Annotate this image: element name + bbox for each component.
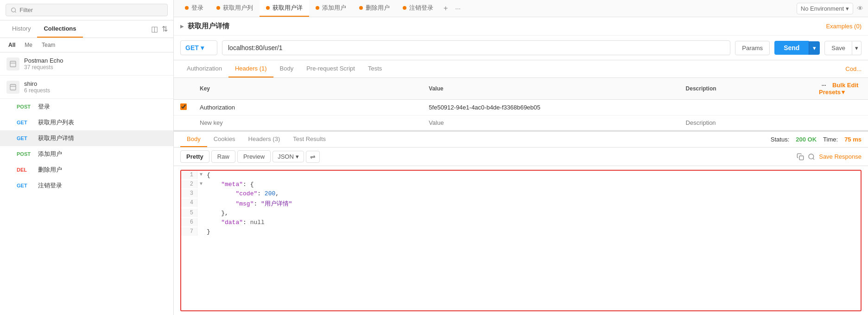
code-link[interactable]: Cod...: [845, 65, 862, 72]
request-name-login: 登录: [38, 103, 50, 111]
chevron-down-icon: ▾: [846, 5, 849, 12]
collection-sub-shiro: 6 requests: [24, 87, 167, 94]
env-label: No Environment: [801, 5, 844, 12]
request-logout[interactable]: GET 注销登录: [0, 178, 173, 193]
sidebar: History Collections ◫ ⇅ All Me Team Post…: [0, 0, 174, 315]
request-login[interactable]: POST 登录: [0, 99, 173, 115]
line-toggle-6: [197, 218, 205, 220]
new-value-input[interactable]: [429, 119, 672, 126]
filter-all[interactable]: All: [6, 41, 18, 49]
line-toggle-1[interactable]: ▼: [197, 171, 205, 178]
save-response-button[interactable]: Save Response: [819, 153, 862, 160]
response-tab-body[interactable]: Body: [180, 132, 207, 147]
top-tab-user-list[interactable]: 获取用户列: [210, 0, 260, 17]
line-content-3: "code": 200,: [205, 189, 281, 198]
tab-dot-2: [216, 6, 220, 10]
examples-button[interactable]: Examples (0): [826, 23, 862, 30]
collection-icon-shiro: [6, 81, 19, 94]
top-tab-add-user[interactable]: 添加用户: [309, 0, 353, 17]
bulk-edit-button[interactable]: Bulk Edit: [832, 82, 858, 89]
tab-dot-4: [316, 6, 319, 10]
new-collection-icon[interactable]: ◫: [151, 25, 158, 33]
sub-tab-pre-request[interactable]: Pre-request Script: [300, 60, 361, 77]
svg-line-6: [813, 158, 814, 160]
header-checkbox[interactable]: [180, 103, 187, 110]
eye-icon[interactable]: 👁: [857, 5, 863, 12]
send-dropdown-button[interactable]: ▾: [809, 41, 820, 55]
sidebar-search-area: [0, 0, 173, 20]
chevron-down-method: ▾: [201, 44, 204, 51]
top-tab-label-logout: 注销登录: [409, 4, 433, 12]
line-toggle-4: [197, 199, 205, 200]
more-tabs-icon[interactable]: ···: [451, 1, 464, 16]
sidebar-tab-collections[interactable]: Collections: [37, 20, 82, 38]
sub-tab-authorization[interactable]: Authorization: [180, 60, 228, 77]
sort-icon[interactable]: ⇅: [162, 25, 168, 33]
sub-tab-tests[interactable]: Tests: [361, 60, 388, 77]
request-name-logout: 注销登录: [38, 181, 62, 190]
svg-rect-3: [10, 84, 16, 90]
view-raw-button[interactable]: Raw: [211, 150, 235, 163]
response-tab-cookies[interactable]: Cookies: [207, 132, 242, 147]
search-response-icon[interactable]: [808, 153, 815, 161]
line-num-2: 2: [181, 180, 197, 188]
sub-tab-headers[interactable]: Headers (1): [228, 60, 273, 77]
presets-button[interactable]: Presets ▾: [819, 89, 862, 96]
collection-sub: 37 requests: [24, 64, 167, 71]
time-label: Time:: [823, 136, 838, 143]
tab-dot: [185, 6, 189, 10]
sidebar-filter-row: All Me Team: [0, 38, 173, 52]
line-num-7: 7: [181, 227, 197, 236]
request-user-detail[interactable]: GET 获取用户详情: [0, 130, 173, 146]
status-label: Status:: [771, 136, 789, 143]
top-tab-login[interactable]: 登录: [178, 0, 210, 17]
wrap-button[interactable]: ⇌: [306, 151, 320, 163]
request-add-user[interactable]: POST 添加用户: [0, 146, 173, 162]
response-tab-headers[interactable]: Headers (3): [242, 132, 287, 147]
svg-point-5: [809, 154, 814, 159]
filter-team[interactable]: Team: [39, 41, 58, 49]
send-button[interactable]: Send: [774, 41, 809, 55]
new-desc-input[interactable]: [686, 119, 806, 126]
format-select[interactable]: JSON ▾: [272, 151, 304, 162]
url-bar: GET ▾ Params Send ▾ Save ▾: [174, 36, 868, 60]
sidebar-tab-history[interactable]: History: [6, 20, 37, 38]
collection-icon: [6, 58, 19, 71]
env-select[interactable]: No Environment ▾: [797, 3, 853, 14]
th-check: [174, 78, 193, 100]
save-dropdown-button[interactable]: ▾: [852, 41, 862, 55]
top-tab-delete-user[interactable]: 删除用户: [353, 0, 396, 17]
more-actions-icon[interactable]: ···: [822, 82, 826, 89]
filter-me[interactable]: Me: [22, 41, 35, 49]
expand-icon[interactable]: ▶: [180, 24, 184, 29]
request-user-list[interactable]: GET 获取用户列表: [0, 115, 173, 130]
view-pretty-button[interactable]: Pretty: [180, 150, 209, 163]
method-select[interactable]: GET ▾: [180, 40, 217, 55]
collection-postman-echo[interactable]: Postman Echo 37 requests: [0, 52, 173, 76]
request-delete-user[interactable]: DEL 删除用户: [0, 162, 173, 178]
sub-tab-body[interactable]: Body: [273, 60, 300, 77]
th-value: Value: [422, 78, 679, 100]
top-tab-user-detail[interactable]: 获取用户详: [260, 0, 309, 17]
request-name-add-user: 添加用户: [38, 150, 62, 158]
response-tab-test-results[interactable]: Test Results: [286, 132, 332, 147]
line-num-6: 6: [181, 218, 197, 226]
view-preview-button[interactable]: Preview: [237, 150, 271, 163]
line-content-7: }: [205, 227, 212, 236]
save-button[interactable]: Save: [824, 41, 852, 55]
line-toggle-2[interactable]: ▼: [197, 180, 205, 187]
copy-icon[interactable]: [797, 153, 804, 161]
top-tab-label-user-list: 获取用户列: [223, 4, 253, 12]
new-tab-icon[interactable]: +: [440, 0, 451, 16]
line-num-4: 4: [181, 199, 197, 207]
url-input[interactable]: [222, 40, 730, 55]
new-key-input[interactable]: [200, 119, 416, 126]
method-label: GET: [185, 44, 199, 51]
top-tab-logout[interactable]: 注销登录: [396, 0, 440, 17]
svg-rect-4: [799, 156, 804, 160]
params-button[interactable]: Params: [735, 41, 770, 55]
table-row-new: [174, 116, 868, 130]
collection-shiro[interactable]: shiro 6 requests: [0, 76, 173, 99]
search-input[interactable]: [19, 6, 163, 13]
method-badge-get-list: GET: [17, 120, 34, 125]
